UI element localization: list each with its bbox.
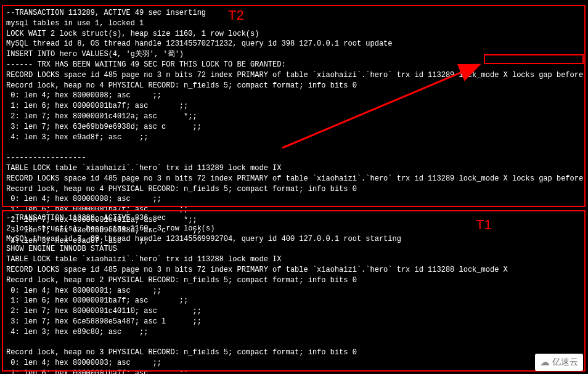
t1-transaction-block: --TRANSACTION 113288, ACTIVE 836 sec 2 l…	[3, 212, 511, 374]
terminal-container: --TRANSACTION 113289, ACTIVE 49 sec inse…	[0, 0, 588, 374]
watermark-text: 亿速云	[552, 356, 578, 368]
t2-transaction-block: --TRANSACTION 113289, ACTIVE 49 sec inse…	[3, 7, 588, 247]
cloud-icon: ☁	[540, 356, 550, 369]
watermark: ☁ 亿速云	[535, 354, 583, 371]
